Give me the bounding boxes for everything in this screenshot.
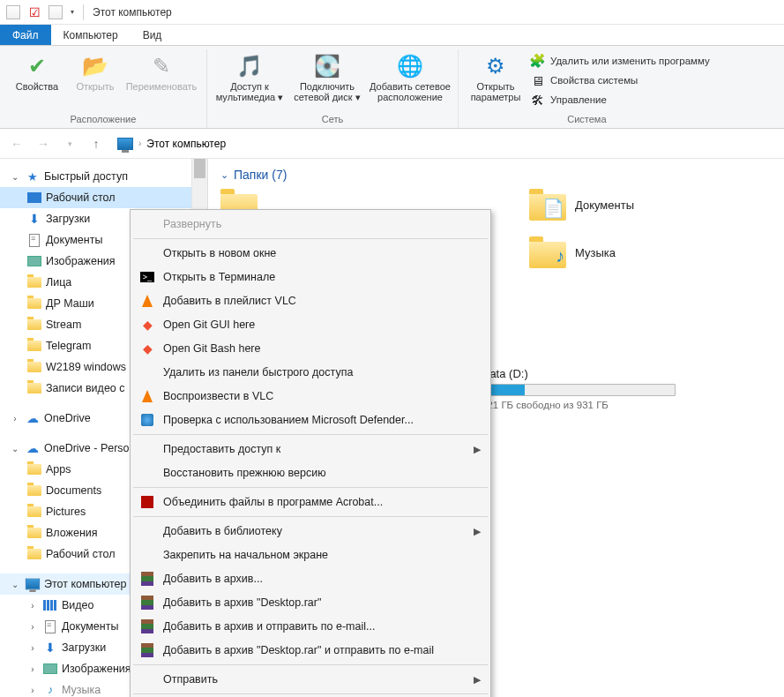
breadcrumb-this-pc[interactable]: Этот компьютер: [146, 138, 226, 150]
folder-icon: [26, 274, 42, 290]
downloads-icon: ⬇: [42, 640, 58, 656]
ribbon-system-properties-button[interactable]: 🖥 Свойства системы: [529, 72, 710, 88]
breadcrumb-caret-icon: ›: [138, 139, 141, 148]
ctx-remove-quick-access[interactable]: Удалить из панели быстрого доступа: [133, 361, 488, 384]
folder-icon: [26, 525, 42, 541]
folder-large-icon: 📄: [529, 189, 566, 221]
winrar-icon: [138, 594, 156, 611]
ribbon-rename-button[interactable]: ✎ Переименовать: [122, 49, 201, 92]
ctx-scan-defender[interactable]: Проверка с использованием Microsoft Defe…: [133, 408, 488, 431]
nav-up-button[interactable]: ↑: [85, 132, 108, 155]
quick-access-doc-icon[interactable]: [4, 3, 23, 22]
ctx-separator: [133, 516, 488, 517]
folders-section-header[interactable]: ⌄ Папки (7): [220, 168, 775, 182]
ribbon-properties-button[interactable]: ✔ Свойства: [5, 49, 69, 92]
tab-computer[interactable]: Компьютер: [51, 25, 131, 45]
ctx-add-vlc-playlist[interactable]: Добавить в плейлист VLC: [133, 289, 488, 312]
uninstall-icon: 🧩: [529, 53, 545, 69]
ribbon-tabs: Файл Компьютер Вид: [0, 25, 784, 46]
onedrive-cloud-icon: ☁: [25, 410, 41, 426]
folder-icon: [26, 359, 42, 375]
open-icon: 📂: [82, 51, 108, 81]
ctx-separator: [133, 434, 488, 435]
this-pc-icon: [117, 138, 133, 150]
folder-icon: [26, 317, 42, 333]
ctx-open-terminal[interactable]: >_Открыть в Терминале: [133, 266, 488, 289]
pictures-icon: [42, 661, 58, 677]
quick-access-customize-caret[interactable]: ▾: [67, 8, 78, 16]
folder-icon: [26, 338, 42, 354]
ctx-pin-start[interactable]: Закрепить на начальном экране: [133, 543, 488, 566]
folder-icon: [26, 380, 42, 396]
nav-recent-caret[interactable]: ▾: [58, 132, 81, 155]
folder-documents[interactable]: 📄 Документы: [529, 189, 634, 221]
address-bar: ← → ▾ ↑ › Этот компьютер: [0, 129, 784, 159]
expand-toggle-icon[interactable]: ›: [26, 601, 39, 611]
ribbon-media-access-button[interactable]: 🎵 Доступ к мультимедиа ▾: [213, 49, 287, 102]
media-access-icon: 🎵: [236, 51, 263, 81]
folder-icon: [26, 483, 42, 498]
address-field[interactable]: › Этот компьютер: [111, 134, 232, 154]
ctx-git-gui[interactable]: ◆Open Git GUI here: [133, 313, 488, 336]
ctx-play-vlc[interactable]: Воспроизвести в VLC: [133, 385, 488, 408]
ctx-add-desktop-rar[interactable]: Добавить в архив "Desktop.rar": [133, 591, 488, 614]
nav-forward-button[interactable]: →: [32, 132, 55, 155]
ribbon-open-settings-button[interactable]: ⚙ Открыть параметры: [464, 49, 527, 108]
ctx-give-access[interactable]: Предоставить доступ к▶: [133, 438, 488, 461]
expand-toggle-icon[interactable]: ⌄: [9, 172, 21, 182]
expand-toggle-icon[interactable]: ›: [26, 643, 39, 653]
expand-toggle-icon[interactable]: ›: [9, 414, 21, 423]
ribbon-open-button[interactable]: 📂 Открыть: [71, 49, 120, 92]
ctx-send-to[interactable]: Отправить▶: [133, 668, 488, 691]
ribbon-group-location-label: Расположение: [71, 114, 137, 126]
window-title: Этот компьютер: [93, 6, 172, 19]
expand-toggle-icon[interactable]: ⌄: [9, 580, 21, 589]
ctx-separator: [133, 238, 488, 239]
downloads-icon: ⬇: [26, 211, 42, 227]
ctx-add-archive[interactable]: Добавить в архив...: [133, 567, 488, 590]
git-icon: ◆: [138, 340, 156, 357]
folder-icon: [26, 461, 42, 477]
acrobat-icon: [138, 493, 156, 511]
documents-icon: [26, 232, 42, 248]
winrar-icon: [138, 641, 156, 659]
ctx-add-library[interactable]: Добавить в библиотеку▶: [133, 520, 488, 543]
ribbon-add-network-location-button[interactable]: 🌐 Добавить сетевое расположение: [368, 49, 452, 102]
ctx-open-new-window[interactable]: Открыть в новом окне: [133, 242, 488, 265]
ribbon-uninstall-button[interactable]: 🧩 Удалить или изменить программу: [529, 53, 710, 69]
tab-view[interactable]: Вид: [131, 25, 175, 45]
folder-music[interactable]: ♪ Музыка: [529, 236, 634, 268]
ctx-combine-acrobat[interactable]: Объединить файлы в программе Acrobat...: [133, 491, 488, 513]
ctx-archive-email[interactable]: Добавить в архив и отправить по e-mail..…: [133, 615, 488, 638]
expand-toggle-icon[interactable]: ⌄: [9, 444, 21, 453]
manage-icon: 🛠: [529, 92, 545, 108]
ctx-restore-version[interactable]: Восстановить прежнюю версию: [133, 461, 488, 484]
tree-desktop[interactable]: Рабочий стол: [0, 187, 191, 208]
folder-icon: [26, 546, 42, 562]
nav-back-button[interactable]: ←: [5, 132, 28, 155]
ctx-expand[interactable]: Развернуть: [133, 213, 488, 236]
defender-shield-icon: [138, 411, 156, 429]
git-icon: ◆: [138, 316, 156, 334]
expand-toggle-icon[interactable]: ›: [26, 622, 39, 632]
ctx-archive-desktop-email[interactable]: Добавить в архив "Desktop.rar" и отправи…: [133, 639, 488, 662]
tree-quick-access[interactable]: ⌄ ★ Быстрый доступ: [0, 166, 191, 187]
folder-large-icon: ♪: [529, 236, 566, 268]
ribbon-map-network-drive-button[interactable]: 💽 Подключить сетевой диск ▾: [288, 49, 366, 102]
submenu-arrow-icon: ▶: [474, 444, 481, 455]
titlebar-separator: [83, 4, 84, 20]
expand-toggle-icon[interactable]: ›: [26, 686, 39, 695]
ribbon-group-system: ⚙ Открыть параметры 🧩 Удалить или измени…: [459, 49, 715, 128]
quick-access-blank-doc-icon[interactable]: [46, 3, 65, 22]
ribbon-manage-button[interactable]: 🛠 Управление: [529, 92, 710, 108]
onedrive-cloud-icon: ☁: [25, 440, 41, 456]
quick-access-checkbox-icon[interactable]: ☑: [25, 3, 44, 22]
expand-toggle-icon[interactable]: ›: [26, 664, 39, 674]
tab-file[interactable]: Файл: [0, 25, 51, 45]
folder-icon: [26, 296, 42, 311]
add-network-location-icon: 🌐: [397, 51, 423, 81]
scrollbar-thumb[interactable]: [194, 159, 205, 178]
ribbon-group-network: 🎵 Доступ к мультимедиа ▾ 💽 Подключить се…: [207, 49, 459, 128]
ctx-git-bash[interactable]: ◆Open Git Bash here: [133, 337, 488, 360]
vlc-icon: [138, 387, 156, 405]
